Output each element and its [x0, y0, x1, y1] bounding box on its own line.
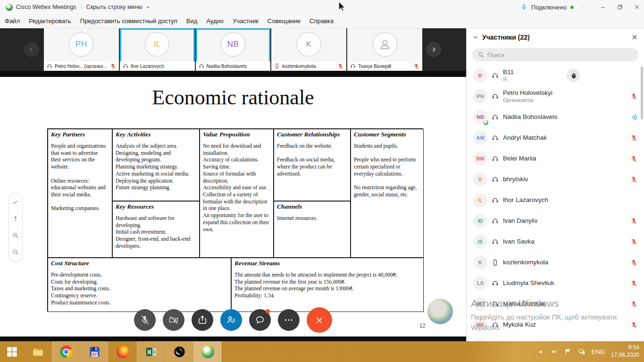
menu-item-6[interactable]: Участник [233, 17, 259, 25]
menu-item-4[interactable]: Вид [186, 17, 198, 25]
participant-row-10[interactable]: Kkozlenkomykola [467, 252, 644, 273]
participant-row-6[interactable]: Bbhrytskiv [467, 169, 644, 190]
language-indicator[interactable]: ENG [592, 348, 605, 355]
cell-title: Key Resources [116, 203, 196, 210]
raised-hand-icon[interactable] [567, 69, 580, 82]
headset-icon [492, 155, 499, 162]
minimize-button[interactable] [600, 4, 606, 10]
muted-mic-icon [630, 135, 637, 142]
headset-icon [492, 93, 499, 100]
menu-item-3[interactable]: Предоставить совместный доступ [80, 17, 177, 25]
video-thumbnail-2[interactable]: ILIhor Lazarovych [120, 28, 195, 71]
participant-row-13[interactable]: MKMykola Kuz [467, 314, 644, 335]
thumbnail-name-bar: kozlenkomykola [271, 61, 346, 71]
participant-row-9[interactable]: ISIvan Savka [467, 231, 644, 252]
participants-icon [226, 315, 236, 325]
menu-item-7[interactable]: Совещание [268, 17, 301, 25]
search-placeholder: Поиск [487, 51, 504, 59]
participant-row-4[interactable]: AMAndryi Matchak [467, 127, 644, 148]
share-content-button[interactable] [192, 309, 213, 331]
mute-microphone-button[interactable] [134, 309, 156, 331]
more-options-button[interactable] [278, 309, 300, 331]
participant-row-7[interactable]: ILIhor Lazarovych [467, 190, 644, 210]
avatar: ID [473, 214, 487, 228]
participant-name: Ihor Lazarovych [503, 196, 548, 204]
participant-row-2[interactable]: PHPetro HolovetskyiОрганизатор [467, 86, 644, 107]
participant-name: Nadiia Bohoslavets [503, 113, 558, 121]
close-button[interactable] [634, 4, 640, 10]
taskbar-app-file-explorer[interactable] [24, 341, 52, 362]
participant-search-input[interactable]: Поиск [472, 48, 638, 61]
canvas-cell-customer-relationships: Customer RelationshipsFeedback on the we… [274, 129, 351, 201]
participant-row-5[interactable]: BMBelei Mariia [467, 148, 644, 169]
participant-name: Mykola Kuz [503, 321, 536, 328]
headset-icon [492, 176, 499, 183]
participant-name: Petro Holovetskyi [503, 89, 552, 97]
taskbar-app-excel[interactable] [137, 341, 165, 362]
hidden-icons-chevron-icon[interactable] [537, 348, 544, 355]
taskbar-app-webex[interactable] [193, 341, 222, 362]
participant-row-8[interactable]: IDIvan Danyliv [467, 210, 644, 231]
avatar: K [473, 255, 487, 269]
zoom-in-icon[interactable] [12, 232, 19, 239]
firefox-icon [117, 345, 129, 358]
network-icon[interactable] [578, 348, 585, 355]
video-thumbnail-3[interactable]: NBNadiia Bohoslavets [196, 28, 271, 71]
menu-item-8[interactable]: Справка [309, 17, 334, 25]
menu-item-2[interactable]: Редактировать [29, 17, 71, 25]
participants-button[interactable] [220, 309, 242, 331]
zoom-out-icon[interactable] [12, 248, 19, 256]
meeting-stage: PHPetro Holov... (организатор)ILIhor Laz… [0, 28, 466, 341]
cell-body: Students and pupils. People who need to … [354, 143, 420, 199]
action-center-flag-icon[interactable] [564, 348, 572, 355]
taskbar-app-firefox[interactable] [109, 341, 137, 362]
video-thumbnail-5[interactable]: Ткачук Валерій [347, 28, 422, 71]
participant-row-12[interactable]: MDMariia Dutchak [467, 294, 644, 314]
video-thumbnail-strip: PHPetro Holov... (организатор)ILIhor Laz… [0, 28, 466, 71]
participants-list: BB11ЯPHPetro HolovetskyiОрганизаторNBNad… [467, 65, 644, 341]
annotate-pen-icon[interactable] [12, 199, 19, 206]
thumbnail-name-bar: Ihor Lazarovych [120, 61, 195, 71]
divider [81, 3, 82, 11]
start-button[interactable] [0, 341, 24, 362]
canvas-cell-customer-segments: Customer SegmentsStudents and pupils. Pe… [351, 129, 424, 258]
headset-icon [492, 114, 499, 121]
shared-content-area: Economic rationale Key PartnersPeople an… [0, 71, 466, 341]
avatar: LS [473, 276, 487, 290]
volume-icon[interactable] [551, 348, 558, 355]
video-thumbnail-4[interactable]: Kkozlenkomykola [271, 28, 346, 71]
headset-icon [492, 238, 499, 245]
participant-row-1[interactable]: BB11Я [467, 65, 644, 86]
headset-icon [492, 72, 499, 79]
menu-item-5[interactable]: Аудио [206, 17, 224, 25]
webex-watermark-icon [427, 299, 453, 324]
taskbar-app-obs[interactable] [165, 341, 193, 362]
participant-row-partial [467, 335, 644, 341]
headset-icon [492, 197, 499, 204]
avatar: BM [473, 152, 487, 166]
muted-mic-icon [630, 321, 637, 328]
scroll-left-button[interactable] [24, 42, 39, 57]
hide-menu-button[interactable]: Скрыть строку меню [86, 4, 142, 10]
close-panel-icon[interactable] [631, 34, 638, 41]
close-x-icon [314, 315, 325, 325]
taskbar-clock[interactable]: 9:54 17.06.2020 [611, 344, 639, 359]
participant-row-3[interactable]: NBNadiia Bohoslavets [467, 107, 644, 127]
pointer-tool-icon[interactable] [12, 215, 19, 223]
cell-body: Hardware and software for developing. In… [116, 215, 196, 250]
video-thumbnail-1[interactable]: PHPetro Holov... (организатор) [44, 28, 119, 71]
cell-body: Internet resources. [277, 215, 347, 222]
participant-row-11[interactable]: LSLiudmyla Shevliuk [467, 273, 644, 294]
chevron-down-icon[interactable] [472, 34, 479, 41]
menu-item-1[interactable]: Файл [5, 17, 20, 25]
avatar: MK [473, 318, 487, 332]
cell-title: Customer Relationships [277, 131, 347, 138]
restore-button[interactable] [617, 4, 623, 10]
chat-button[interactable] [249, 309, 271, 331]
scroll-right-button[interactable] [426, 42, 441, 57]
taskbar-app-save-app[interactable] [80, 341, 109, 362]
muted-mic-icon [110, 63, 116, 69]
taskbar-app-chrome[interactable] [52, 341, 80, 362]
camera-off-button[interactable] [163, 309, 184, 331]
end-meeting-button[interactable] [307, 307, 332, 333]
